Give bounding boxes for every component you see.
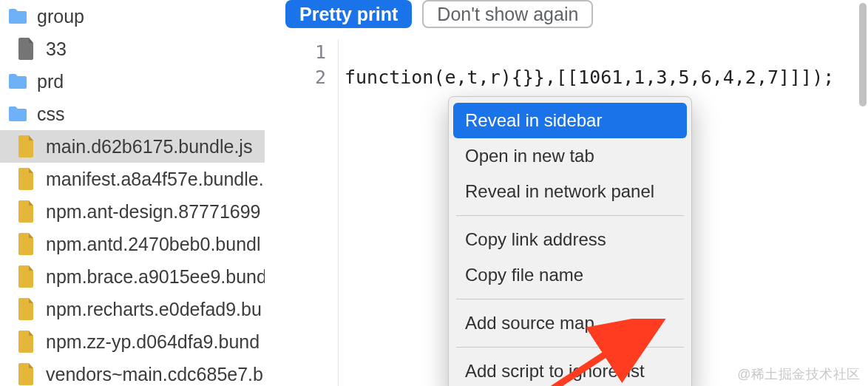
tree-row-label: prd — [37, 71, 64, 92]
folder-icon — [6, 102, 30, 126]
tree-row[interactable]: group — [0, 0, 265, 33]
tree-row[interactable]: npm.recharts.e0defad9.bu — [0, 293, 265, 325]
tree-row[interactable]: manifest.a8a4f57e.bundle. — [0, 163, 265, 195]
tree-row-label: npm.ant-design.87771699 — [46, 201, 261, 223]
context-menu: Reveal in sidebarOpen in new tabReveal i… — [448, 96, 692, 386]
file-icon — [15, 265, 38, 288]
context-menu-item-label: Reveal in sidebar — [465, 110, 602, 131]
context-menu-separator — [456, 299, 684, 299]
tree-row[interactable]: 33 — [0, 33, 265, 65]
tree-row-label: manifest.a8a4f57e.bundle. — [46, 169, 264, 190]
tree-row[interactable]: npm.brace.a9015ee9.bund — [0, 260, 265, 293]
line-number: 2 — [265, 65, 326, 90]
tree-row-label: npm.zz-yp.d064dfa9.bund — [46, 331, 260, 353]
tree-row[interactable]: npm.antd.2470beb0.bundl — [0, 228, 265, 260]
tree-row[interactable]: npm.zz-yp.d064dfa9.bund — [0, 325, 265, 358]
tree-row-label: 33 — [46, 38, 67, 60]
file-icon — [15, 297, 38, 321]
tree-row[interactable]: npm.ant-design.87771699 — [0, 195, 265, 228]
tree-row-label: npm.brace.a9015ee9.bund — [46, 266, 265, 288]
vertical-scrollbar[interactable] — [858, 0, 868, 386]
code-line — [345, 40, 868, 65]
context-menu-item-label: Copy file name — [465, 265, 583, 285]
tree-row[interactable]: css — [0, 98, 265, 130]
tree-row[interactable]: vendors~main.cdc685e7.b — [0, 358, 265, 386]
context-menu-item[interactable]: Reveal in sidebar — [453, 103, 687, 138]
context-menu-item-label: Add script to ignore list — [465, 361, 645, 382]
file-icon — [15, 37, 38, 61]
tree-row-label: main.d62b6175.bundle.js — [46, 136, 252, 158]
context-menu-item[interactable]: Add source map… — [453, 305, 687, 341]
folder-icon — [6, 70, 30, 93]
pretty-print-button[interactable]: Pretty print — [285, 0, 412, 28]
tree-row-label: group — [37, 6, 84, 27]
tree-row-label: vendors~main.cdc685e7.b — [46, 364, 263, 385]
context-menu-item[interactable]: Add script to ignore list — [453, 353, 687, 386]
context-menu-item-label: Open in new tab — [465, 146, 594, 166]
context-menu-item[interactable]: Copy file name — [453, 257, 687, 293]
tree-row-label: npm.antd.2470beb0.bundl — [46, 234, 261, 255]
infobar: Pretty print Don't show again — [265, 0, 868, 28]
tree-row[interactable]: main.d62b6175.bundle.js — [0, 130, 265, 163]
context-menu-item-label: Reveal in network panel — [465, 181, 654, 202]
line-number: 1 — [265, 40, 326, 65]
context-menu-item[interactable]: Reveal in network panel — [453, 174, 687, 209]
file-icon — [15, 362, 38, 386]
context-menu-item-label: Add source map… — [465, 313, 612, 333]
context-menu-item[interactable]: Open in new tab — [453, 138, 687, 174]
file-icon — [15, 200, 38, 223]
file-tree-sidebar: group33prdcssmain.d62b6175.bundle.jsmani… — [0, 0, 265, 386]
watermark-text: @稀土掘金技术社区 — [737, 365, 861, 383]
folder-icon — [6, 4, 30, 28]
tree-row[interactable]: prd — [0, 65, 265, 98]
dont-show-again-button[interactable]: Don't show again — [422, 0, 593, 28]
file-icon — [15, 167, 38, 191]
context-menu-item-label: Copy link address — [465, 229, 606, 250]
context-menu-item[interactable]: Copy link address — [453, 222, 687, 257]
file-icon — [15, 330, 38, 353]
code-line: function(e,t,r){}},[[1061,1,3,5,6,4,2,7]… — [345, 65, 868, 90]
file-icon — [15, 232, 38, 256]
scrollbar-thumb[interactable] — [859, 3, 867, 106]
source-panel: Pretty print Don't show again 12 functio… — [265, 0, 868, 386]
context-menu-separator — [456, 347, 684, 348]
context-menu-separator — [456, 215, 684, 216]
tree-row-label: npm.recharts.e0defad9.bu — [46, 299, 262, 320]
tree-row-label: css — [37, 104, 65, 125]
file-icon — [15, 135, 38, 158]
line-gutter: 12 — [265, 40, 339, 386]
